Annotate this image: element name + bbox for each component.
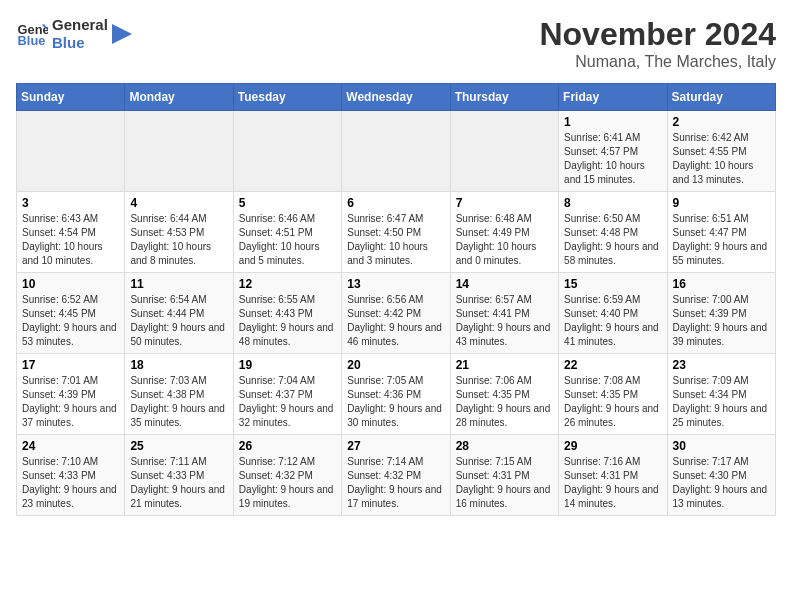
day-number: 4 bbox=[130, 196, 227, 210]
calendar-cell: 23Sunrise: 7:09 AM Sunset: 4:34 PM Dayli… bbox=[667, 354, 775, 435]
calendar-week-row: 24Sunrise: 7:10 AM Sunset: 4:33 PM Dayli… bbox=[17, 435, 776, 516]
day-number: 11 bbox=[130, 277, 227, 291]
calendar-cell: 20Sunrise: 7:05 AM Sunset: 4:36 PM Dayli… bbox=[342, 354, 450, 435]
calendar-cell: 24Sunrise: 7:10 AM Sunset: 4:33 PM Dayli… bbox=[17, 435, 125, 516]
header: General Blue General Blue November 2024 … bbox=[16, 16, 776, 71]
day-number: 15 bbox=[564, 277, 661, 291]
calendar-cell: 14Sunrise: 6:57 AM Sunset: 4:41 PM Dayli… bbox=[450, 273, 558, 354]
calendar-cell bbox=[17, 111, 125, 192]
day-number: 12 bbox=[239, 277, 336, 291]
location: Numana, The Marches, Italy bbox=[539, 53, 776, 71]
logo-arrow-icon bbox=[112, 24, 132, 44]
day-number: 3 bbox=[22, 196, 119, 210]
day-number: 1 bbox=[564, 115, 661, 129]
day-info: Sunrise: 7:01 AM Sunset: 4:39 PM Dayligh… bbox=[22, 374, 119, 430]
weekday-header-monday: Monday bbox=[125, 84, 233, 111]
calendar-cell: 11Sunrise: 6:54 AM Sunset: 4:44 PM Dayli… bbox=[125, 273, 233, 354]
calendar-cell: 18Sunrise: 7:03 AM Sunset: 4:38 PM Dayli… bbox=[125, 354, 233, 435]
calendar-cell bbox=[450, 111, 558, 192]
day-number: 26 bbox=[239, 439, 336, 453]
calendar-cell bbox=[125, 111, 233, 192]
calendar-cell bbox=[233, 111, 341, 192]
calendar-cell: 19Sunrise: 7:04 AM Sunset: 4:37 PM Dayli… bbox=[233, 354, 341, 435]
calendar-cell: 17Sunrise: 7:01 AM Sunset: 4:39 PM Dayli… bbox=[17, 354, 125, 435]
month-title: November 2024 bbox=[539, 16, 776, 53]
weekday-header-wednesday: Wednesday bbox=[342, 84, 450, 111]
day-info: Sunrise: 7:08 AM Sunset: 4:35 PM Dayligh… bbox=[564, 374, 661, 430]
day-info: Sunrise: 7:11 AM Sunset: 4:33 PM Dayligh… bbox=[130, 455, 227, 511]
day-number: 10 bbox=[22, 277, 119, 291]
calendar-week-row: 17Sunrise: 7:01 AM Sunset: 4:39 PM Dayli… bbox=[17, 354, 776, 435]
calendar-cell: 30Sunrise: 7:17 AM Sunset: 4:30 PM Dayli… bbox=[667, 435, 775, 516]
day-number: 19 bbox=[239, 358, 336, 372]
calendar-cell: 9Sunrise: 6:51 AM Sunset: 4:47 PM Daylig… bbox=[667, 192, 775, 273]
day-info: Sunrise: 6:55 AM Sunset: 4:43 PM Dayligh… bbox=[239, 293, 336, 349]
day-number: 30 bbox=[673, 439, 770, 453]
day-number: 20 bbox=[347, 358, 444, 372]
day-info: Sunrise: 6:47 AM Sunset: 4:50 PM Dayligh… bbox=[347, 212, 444, 268]
calendar-cell: 6Sunrise: 6:47 AM Sunset: 4:50 PM Daylig… bbox=[342, 192, 450, 273]
svg-marker-3 bbox=[112, 24, 132, 44]
day-info: Sunrise: 6:43 AM Sunset: 4:54 PM Dayligh… bbox=[22, 212, 119, 268]
calendar-week-row: 3Sunrise: 6:43 AM Sunset: 4:54 PM Daylig… bbox=[17, 192, 776, 273]
day-info: Sunrise: 6:57 AM Sunset: 4:41 PM Dayligh… bbox=[456, 293, 553, 349]
day-number: 21 bbox=[456, 358, 553, 372]
calendar-cell: 22Sunrise: 7:08 AM Sunset: 4:35 PM Dayli… bbox=[559, 354, 667, 435]
day-number: 29 bbox=[564, 439, 661, 453]
day-info: Sunrise: 7:16 AM Sunset: 4:31 PM Dayligh… bbox=[564, 455, 661, 511]
day-number: 27 bbox=[347, 439, 444, 453]
calendar-week-row: 1Sunrise: 6:41 AM Sunset: 4:57 PM Daylig… bbox=[17, 111, 776, 192]
calendar-cell: 29Sunrise: 7:16 AM Sunset: 4:31 PM Dayli… bbox=[559, 435, 667, 516]
day-number: 28 bbox=[456, 439, 553, 453]
day-number: 17 bbox=[22, 358, 119, 372]
day-number: 22 bbox=[564, 358, 661, 372]
day-number: 8 bbox=[564, 196, 661, 210]
weekday-header-friday: Friday bbox=[559, 84, 667, 111]
title-area: November 2024 Numana, The Marches, Italy bbox=[539, 16, 776, 71]
calendar-cell: 13Sunrise: 6:56 AM Sunset: 4:42 PM Dayli… bbox=[342, 273, 450, 354]
day-info: Sunrise: 6:48 AM Sunset: 4:49 PM Dayligh… bbox=[456, 212, 553, 268]
day-number: 9 bbox=[673, 196, 770, 210]
calendar-table: SundayMondayTuesdayWednesdayThursdayFrid… bbox=[16, 83, 776, 516]
day-info: Sunrise: 7:05 AM Sunset: 4:36 PM Dayligh… bbox=[347, 374, 444, 430]
weekday-header-tuesday: Tuesday bbox=[233, 84, 341, 111]
calendar-cell bbox=[342, 111, 450, 192]
day-number: 18 bbox=[130, 358, 227, 372]
calendar-cell: 28Sunrise: 7:15 AM Sunset: 4:31 PM Dayli… bbox=[450, 435, 558, 516]
day-info: Sunrise: 6:44 AM Sunset: 4:53 PM Dayligh… bbox=[130, 212, 227, 268]
logo-icon: General Blue bbox=[16, 18, 48, 50]
weekday-header-sunday: Sunday bbox=[17, 84, 125, 111]
day-info: Sunrise: 7:04 AM Sunset: 4:37 PM Dayligh… bbox=[239, 374, 336, 430]
weekday-header-thursday: Thursday bbox=[450, 84, 558, 111]
day-info: Sunrise: 6:59 AM Sunset: 4:40 PM Dayligh… bbox=[564, 293, 661, 349]
day-info: Sunrise: 7:06 AM Sunset: 4:35 PM Dayligh… bbox=[456, 374, 553, 430]
day-info: Sunrise: 6:51 AM Sunset: 4:47 PM Dayligh… bbox=[673, 212, 770, 268]
day-info: Sunrise: 7:10 AM Sunset: 4:33 PM Dayligh… bbox=[22, 455, 119, 511]
day-number: 7 bbox=[456, 196, 553, 210]
calendar-cell: 27Sunrise: 7:14 AM Sunset: 4:32 PM Dayli… bbox=[342, 435, 450, 516]
calendar-cell: 4Sunrise: 6:44 AM Sunset: 4:53 PM Daylig… bbox=[125, 192, 233, 273]
calendar-cell: 2Sunrise: 6:42 AM Sunset: 4:55 PM Daylig… bbox=[667, 111, 775, 192]
day-info: Sunrise: 7:17 AM Sunset: 4:30 PM Dayligh… bbox=[673, 455, 770, 511]
calendar-cell: 21Sunrise: 7:06 AM Sunset: 4:35 PM Dayli… bbox=[450, 354, 558, 435]
calendar-cell: 3Sunrise: 6:43 AM Sunset: 4:54 PM Daylig… bbox=[17, 192, 125, 273]
day-number: 25 bbox=[130, 439, 227, 453]
calendar-cell: 8Sunrise: 6:50 AM Sunset: 4:48 PM Daylig… bbox=[559, 192, 667, 273]
day-info: Sunrise: 6:52 AM Sunset: 4:45 PM Dayligh… bbox=[22, 293, 119, 349]
day-number: 5 bbox=[239, 196, 336, 210]
day-number: 23 bbox=[673, 358, 770, 372]
day-info: Sunrise: 7:03 AM Sunset: 4:38 PM Dayligh… bbox=[130, 374, 227, 430]
day-info: Sunrise: 7:14 AM Sunset: 4:32 PM Dayligh… bbox=[347, 455, 444, 511]
calendar-week-row: 10Sunrise: 6:52 AM Sunset: 4:45 PM Dayli… bbox=[17, 273, 776, 354]
day-number: 13 bbox=[347, 277, 444, 291]
day-info: Sunrise: 6:54 AM Sunset: 4:44 PM Dayligh… bbox=[130, 293, 227, 349]
day-info: Sunrise: 7:12 AM Sunset: 4:32 PM Dayligh… bbox=[239, 455, 336, 511]
day-info: Sunrise: 7:09 AM Sunset: 4:34 PM Dayligh… bbox=[673, 374, 770, 430]
calendar-cell: 25Sunrise: 7:11 AM Sunset: 4:33 PM Dayli… bbox=[125, 435, 233, 516]
day-info: Sunrise: 6:50 AM Sunset: 4:48 PM Dayligh… bbox=[564, 212, 661, 268]
calendar-cell: 15Sunrise: 6:59 AM Sunset: 4:40 PM Dayli… bbox=[559, 273, 667, 354]
day-info: Sunrise: 6:56 AM Sunset: 4:42 PM Dayligh… bbox=[347, 293, 444, 349]
calendar-cell: 1Sunrise: 6:41 AM Sunset: 4:57 PM Daylig… bbox=[559, 111, 667, 192]
day-number: 2 bbox=[673, 115, 770, 129]
day-info: Sunrise: 7:00 AM Sunset: 4:39 PM Dayligh… bbox=[673, 293, 770, 349]
